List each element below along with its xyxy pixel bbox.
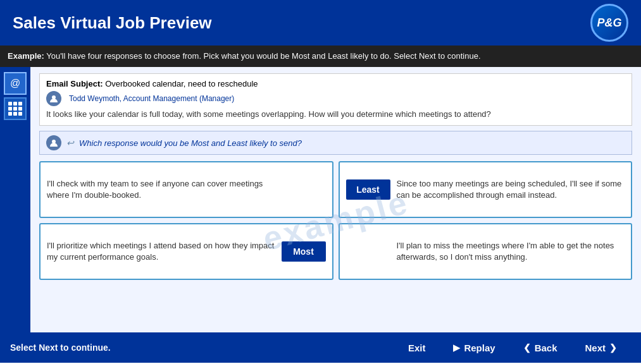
status-text: Select Next to continue. <box>10 343 111 353</box>
question-avatar <box>46 135 61 150</box>
pg-logo: P&G <box>590 4 628 42</box>
grid-dot <box>8 107 12 111</box>
back-arrow-icon: ❮ <box>523 343 531 353</box>
replay-label: Replay <box>464 343 495 353</box>
email-subject: Email Subject: Overbooked calendar, need… <box>46 79 625 88</box>
nav-controls: Exit ▶ Replay ❮ Back Next ❯ <box>394 332 631 363</box>
instruction-text: You'll have four responses to choose fro… <box>44 51 481 61</box>
email-body: It looks like your calendar is full toda… <box>46 109 625 120</box>
replay-icon: ▶ <box>453 343 460 353</box>
response-text-3: I'll prioritize which meetings I attend … <box>47 240 275 263</box>
sender-avatar <box>46 91 61 106</box>
back-button[interactable]: ❮ Back <box>509 332 571 363</box>
reply-arrow-icon: ↩ <box>66 138 74 148</box>
response-grid: example I'll check with my team to see i… <box>39 161 632 280</box>
email-section: Email Subject: Overbooked calendar, need… <box>39 73 632 126</box>
grid-dot <box>8 112 12 116</box>
email-from-row: Todd Weymoth, Account Management (Manage… <box>46 91 625 106</box>
grid-dot <box>8 102 12 106</box>
response-card-1: I'll check with my team to see if anyone… <box>39 161 333 218</box>
sidebar-email-icon[interactable]: @ <box>4 72 27 95</box>
grid-dot <box>18 102 22 106</box>
response-btn-2[interactable]: Least <box>346 179 390 200</box>
header: Sales Virtual Job Preview P&G <box>0 0 641 46</box>
response-text-1: I'll check with my team to see if anyone… <box>47 178 275 201</box>
grid-dot <box>13 107 17 111</box>
exit-button[interactable]: Exit <box>394 332 440 363</box>
back-label: Back <box>535 343 557 353</box>
main-area: @ Email Subject: Overbooked calendar, ne… <box>0 67 641 332</box>
grid-dot <box>18 112 22 116</box>
question-bar: ↩ Which response would you be Most and L… <box>39 131 632 155</box>
grid-dot <box>13 102 17 106</box>
email-from-value: Todd Weymoth, Account Management (Manage… <box>69 94 234 103</box>
page-title: Sales Virtual Job Preview <box>13 13 212 33</box>
response-card-2: Least Since too many meetings are being … <box>339 161 633 218</box>
sidebar-grid-icon[interactable] <box>4 97 27 120</box>
grid-dot <box>13 112 17 116</box>
response-btn-3[interactable]: Most <box>282 241 326 262</box>
grid-dot <box>18 107 22 111</box>
email-subject-value: Overbooked calendar, need to reschedule <box>105 79 258 88</box>
next-arrow-icon: ❯ <box>609 343 617 353</box>
question-text: Which response would you be Most and Lea… <box>79 138 302 148</box>
next-label: Next <box>585 343 606 353</box>
response-text-2: Since too many meetings are being schedu… <box>397 178 625 201</box>
instruction-bar: Example: You'll have four responses to c… <box>0 46 641 67</box>
response-text-4: I'll plan to miss the meetings where I'm… <box>397 240 625 263</box>
response-card-4: I'll plan to miss the meetings where I'm… <box>339 223 633 280</box>
response-card-3: I'll prioritize which meetings I attend … <box>39 223 333 280</box>
email-subject-label: Email Subject: <box>46 79 103 88</box>
bottom-bar: Select Next to continue. Exit ▶ Replay ❮… <box>0 332 641 363</box>
replay-button[interactable]: ▶ Replay <box>439 332 509 363</box>
content-panel: Email Subject: Overbooked calendar, need… <box>30 67 641 332</box>
instruction-prefix: Example: <box>8 51 44 61</box>
next-button[interactable]: Next ❯ <box>571 332 631 363</box>
sidebar: @ <box>0 67 30 332</box>
